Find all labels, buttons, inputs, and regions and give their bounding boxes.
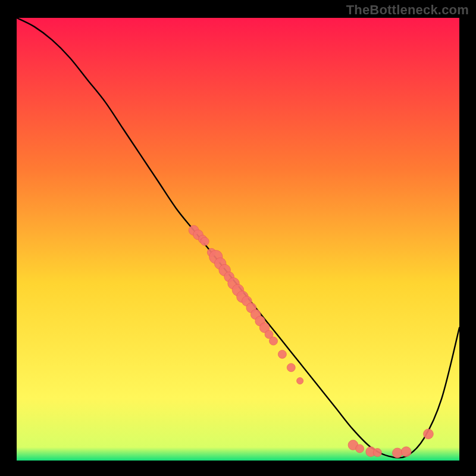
data-marker (373, 449, 381, 457)
data-marker (201, 237, 209, 246)
data-marker (424, 429, 434, 439)
chart-background (17, 18, 459, 461)
data-marker (356, 444, 364, 453)
chart-plot-area (17, 18, 459, 461)
data-marker (287, 364, 295, 372)
chart-frame: TheBottleneck.com (0, 0, 476, 476)
data-marker (270, 337, 278, 345)
data-marker (278, 350, 286, 358)
data-marker (401, 447, 411, 457)
data-marker (392, 448, 402, 458)
data-marker (297, 377, 303, 384)
watermark-text: TheBottleneck.com (346, 2, 469, 18)
chart-svg (17, 18, 459, 461)
